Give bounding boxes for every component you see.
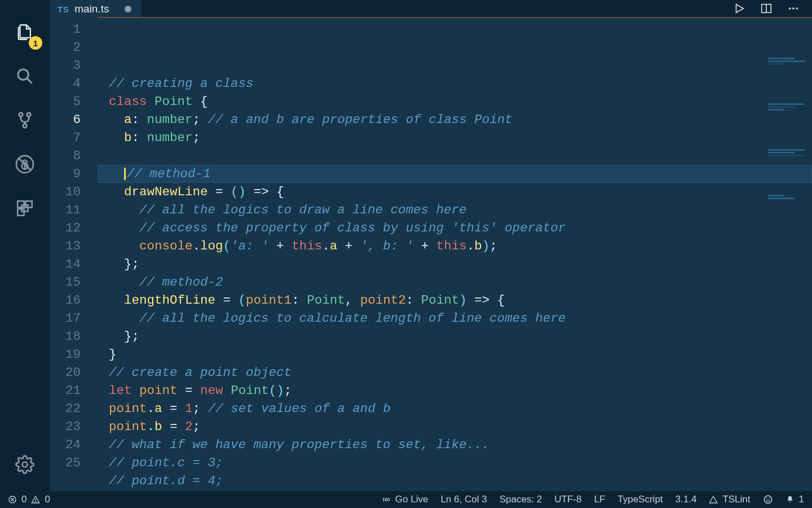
line-number: 19 — [50, 345, 98, 364]
more-actions-icon[interactable] — [785, 0, 802, 17]
svg-rect-11 — [17, 209, 24, 215]
editor-tab[interactable]: TS main.ts — [50, 0, 142, 17]
status-cursor-position[interactable]: Ln 6, Col 3 — [440, 494, 487, 505]
code-line[interactable]: // what if we have many properties to se… — [98, 436, 812, 454]
svg-point-27 — [766, 498, 767, 499]
line-number: 17 — [50, 309, 98, 327]
line-number: 11 — [50, 201, 98, 219]
code-line[interactable]: // creating a class — [98, 75, 812, 93]
source-control-icon[interactable] — [11, 106, 39, 134]
run-icon[interactable] — [731, 0, 748, 17]
svg-point-3 — [27, 113, 31, 117]
svg-point-2 — [19, 113, 23, 117]
code-line[interactable]: // all the logics to calculate length of… — [98, 309, 812, 327]
code-line[interactable]: class Point { — [98, 93, 812, 111]
line-number: 5 — [50, 93, 98, 111]
code-content[interactable]: // creating a classclass Point { a: numb… — [98, 17, 812, 491]
svg-point-18 — [792, 7, 795, 10]
code-line[interactable]: // create a point object — [98, 364, 812, 382]
status-feedback-icon[interactable] — [763, 494, 773, 505]
line-number: 14 — [50, 255, 98, 273]
activity-bar: 1 — [0, 0, 50, 491]
svg-point-4 — [23, 124, 27, 128]
line-number: 20 — [50, 364, 98, 382]
status-bar: 0 0 Go Live Ln 6, Col 3 Spaces: 2 UTF-8 … — [0, 491, 812, 508]
text-cursor — [124, 168, 126, 180]
code-line[interactable]: // method-2 — [98, 273, 812, 291]
svg-point-19 — [796, 7, 798, 10]
debug-icon[interactable] — [11, 150, 39, 178]
svg-rect-12 — [21, 205, 28, 211]
code-line[interactable]: // all the logics to draw a line comes h… — [98, 201, 812, 219]
code-line[interactable]: // point.d = 4; — [98, 472, 812, 490]
status-problems[interactable]: 0 0 — [8, 494, 50, 505]
editor-area: TS main.ts 12345678910111213141516171819… — [50, 0, 812, 491]
svg-marker-14 — [736, 5, 744, 13]
code-line[interactable]: let point = new Point(); — [98, 382, 812, 400]
line-number: 6 — [50, 111, 98, 129]
line-number-gutter: 1234567891011121314151617181920212223242… — [50, 17, 98, 491]
line-number: 16 — [50, 291, 98, 309]
settings-gear-icon[interactable] — [11, 450, 39, 479]
status-warnings-count: 0 — [45, 494, 50, 505]
status-notifications[interactable]: 1 — [785, 494, 804, 505]
svg-point-24 — [36, 502, 36, 502]
code-line[interactable]: drawNewLine = () => { — [98, 183, 812, 201]
svg-point-13 — [22, 462, 27, 467]
status-go-live[interactable]: Go Live — [382, 494, 429, 505]
status-encoding[interactable]: UTF-8 — [554, 494, 581, 505]
code-line[interactable]: point.a = 1; // set values of a and b — [98, 400, 812, 418]
line-number: 12 — [50, 219, 98, 237]
line-number: 25 — [50, 454, 98, 472]
line-number: 8 — [50, 147, 98, 165]
tab-dirty-indicator-icon — [125, 6, 131, 12]
explorer-icon[interactable]: 1 — [11, 18, 39, 46]
svg-line-1 — [27, 78, 32, 84]
code-line[interactable]: // access the property of class by using… — [98, 219, 812, 237]
line-number: 7 — [50, 129, 98, 147]
line-number: 15 — [50, 273, 98, 291]
code-line[interactable]: // point.c = 3; — [98, 454, 812, 472]
code-line[interactable]: lengthOfLine = (point1: Point, point2: P… — [98, 291, 812, 309]
code-line[interactable]: }; — [98, 327, 812, 345]
tab-language-badge: TS — [58, 5, 69, 14]
line-number: 1 — [50, 20, 98, 38]
status-errors-count: 0 — [21, 494, 27, 505]
code-line[interactable]: point.b = 2; — [98, 418, 812, 436]
svg-rect-10 — [25, 201, 32, 207]
svg-point-0 — [18, 69, 28, 80]
code-line[interactable]: }; — [98, 255, 812, 273]
code-line[interactable]: console.log('a: ' + this.a + ', b: ' + t… — [98, 237, 812, 255]
svg-point-26 — [764, 496, 772, 503]
svg-point-28 — [769, 498, 769, 499]
extensions-icon[interactable] — [11, 194, 39, 222]
line-number: 13 — [50, 237, 98, 255]
code-line[interactable] — [98, 147, 812, 165]
tab-bar: TS main.ts — [50, 0, 812, 17]
line-number: 9 — [50, 165, 98, 183]
line-number: 10 — [50, 183, 98, 201]
search-icon[interactable] — [11, 62, 39, 90]
line-number: 24 — [50, 436, 98, 454]
line-number: 22 — [50, 400, 98, 418]
line-number: 18 — [50, 327, 98, 345]
tab-filename: main.ts — [74, 3, 109, 15]
svg-point-25 — [385, 498, 387, 501]
code-line[interactable]: } — [98, 345, 812, 364]
code-line[interactable]: a: number; // a and b are properties of … — [98, 111, 812, 129]
code-line[interactable]: // method-1 — [98, 165, 812, 183]
status-linter[interactable]: TSLint — [709, 494, 750, 505]
editor-body[interactable]: 1234567891011121314151617181920212223242… — [50, 17, 812, 491]
status-eol[interactable]: LF — [594, 494, 605, 505]
status-indentation[interactable]: Spaces: 2 — [500, 494, 542, 505]
line-number: 4 — [50, 75, 98, 93]
code-line[interactable]: // and so on... — [98, 490, 812, 491]
status-ts-version[interactable]: 3.1.4 — [676, 494, 697, 505]
svg-point-17 — [789, 7, 791, 10]
code-line[interactable]: b: number; — [98, 129, 812, 147]
line-number: 23 — [50, 418, 98, 436]
split-editor-icon[interactable] — [758, 0, 775, 17]
line-number: 21 — [50, 382, 98, 400]
status-language[interactable]: TypeScript — [617, 494, 663, 505]
explorer-badge: 1 — [29, 36, 42, 50]
